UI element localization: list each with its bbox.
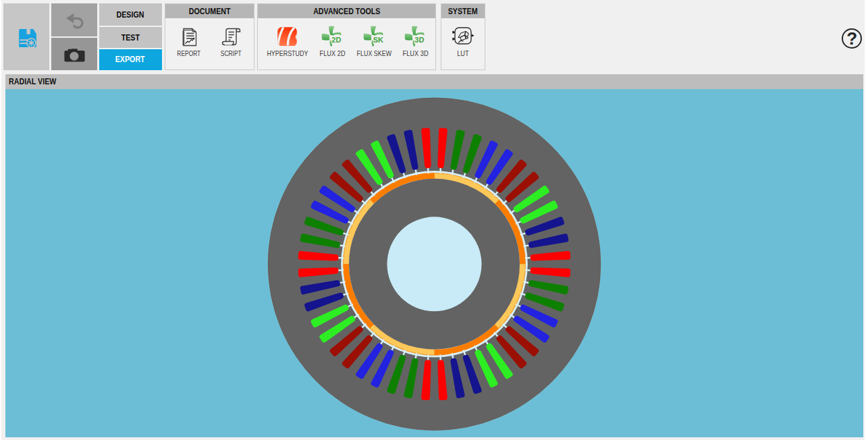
svg-text:2D: 2D bbox=[331, 36, 341, 44]
svg-text:SK: SK bbox=[373, 36, 383, 44]
svg-text:3D: 3D bbox=[414, 36, 424, 44]
